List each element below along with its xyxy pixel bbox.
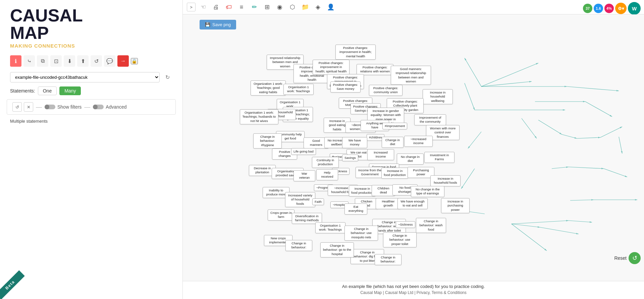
map-node-n61[interactable]: Increased variety of household foods: [285, 192, 315, 207]
table-icon[interactable]: ⊞: [262, 2, 272, 12]
reset-button[interactable]: Reset ↺: [614, 252, 641, 264]
map-node-n72[interactable]: Change in behaviour: wash food: [416, 218, 446, 233]
map-node-n21[interactable]: Improvement of the community: [414, 114, 446, 125]
map-node-n29[interactable]: Change in behaviour: #hygiene: [253, 133, 282, 148]
show-filters-toggle[interactable]: Show filters: [45, 104, 82, 110]
map-node-n25[interactable]: #improvement: [382, 123, 407, 129]
svg-line-15: [552, 167, 569, 169]
expand-button[interactable]: >: [187, 3, 196, 11]
map-node-n48[interactable]: Increase in food production: [381, 168, 408, 179]
lines-icon[interactable]: ≡: [236, 2, 247, 12]
svg-line-7: [585, 102, 612, 117]
user-icon[interactable]: 👤: [326, 2, 336, 12]
map-node-n10[interactable]: Positive changes: Save money: [330, 81, 361, 93]
bottom-info-text: An example file (which has not yet been …: [190, 284, 637, 289]
map-node-n42[interactable]: Investment in Farms: [424, 152, 454, 163]
tag-icon[interactable]: 🏷: [224, 2, 234, 12]
map-node-n43[interactable]: Continuity in production: [312, 157, 339, 168]
map-node-n4[interactable]: Positive changes: improvement in health;…: [313, 60, 350, 75]
map-node-n73[interactable]: Organisation 1 work: Teachings: [315, 222, 345, 233]
map-node-n60[interactable]: No change in the type of earnings: [411, 186, 444, 197]
map-node-n74[interactable]: Change in behaviour: use mosquito nets: [344, 226, 378, 241]
folder-icon[interactable]: 📁: [300, 2, 310, 12]
user-avatar-1[interactable]: 37: [583, 4, 592, 13]
bottom-info-bar: An example file (which has not yet been …: [183, 281, 644, 299]
refresh-button[interactable]: ↻: [162, 72, 172, 82]
map-node-n58[interactable]: Children dead: [372, 185, 395, 196]
beta-badge: Beta: [0, 270, 25, 299]
svg-line-24: [540, 227, 579, 234]
share-button[interactable]: ⤷: [23, 55, 35, 67]
map-node-n8[interactable]: Organization 1 work: Teachings; good eat…: [251, 80, 286, 96]
download-button[interactable]: ⬇: [64, 55, 75, 67]
map-node-n41[interactable]: No change in diet: [397, 154, 424, 165]
svg-line-8: [567, 86, 619, 91]
map-node-n11[interactable]: Positive changes: community union: [369, 85, 402, 96]
sidebar-toolbar: ℹ ⤷ ⧉ ⊡ ⬇ ⬆ ↺ 💬 → 🔒: [0, 52, 182, 70]
map-node-n65[interactable]: We have enough to eat and sell: [397, 198, 428, 209]
filter-separator2: —: [84, 104, 90, 111]
map-node-n75[interactable]: ~Sickness: [396, 221, 415, 228]
logo-subtitle: MAKING CONNECTIONS: [10, 43, 172, 49]
user-avatar-w[interactable]: W: [628, 2, 641, 15]
map-node-n81[interactable]: Change in behaviour:: [375, 254, 401, 265]
arrow-button[interactable]: →: [117, 55, 129, 67]
map-node-n51[interactable]: War veteran: [293, 170, 315, 181]
main-content: > ☜ 🖨 🏷 ≡ ✏ ⊞ ◉ ⬡ 📁 ◈ 👤 37 1.6 4% ⚙▾ W 💾…: [183, 0, 644, 299]
map-node-n6[interactable]: Good manners: Improved relationship betw…: [391, 66, 431, 85]
map-node-n20[interactable]: Organisation 1 work: Teachings; husbands…: [240, 109, 278, 124]
map-node-n68[interactable]: Increase in purchasing power: [441, 198, 470, 213]
map-node-n47[interactable]: Income from the Government: [356, 167, 384, 178]
svg-line-16: [569, 167, 604, 169]
layers-icon[interactable]: ⬡: [287, 2, 298, 12]
map-node-n77[interactable]: Change in behaviour:: [285, 240, 312, 251]
map-node-n34[interactable]: ~Increased income: [404, 136, 433, 147]
copy-button[interactable]: ⧉: [37, 55, 48, 67]
svg-line-11: [562, 134, 577, 138]
svg-line-25: [619, 137, 622, 154]
upload-button[interactable]: ⬆: [77, 55, 89, 67]
user-avatar-menu[interactable]: ⚙▾: [615, 3, 627, 14]
lock-button[interactable]: 🔒: [131, 58, 138, 64]
stmt-many-button[interactable]: Many: [59, 86, 81, 95]
map-node-n53[interactable]: Increase in household foods: [430, 175, 461, 186]
user-avatar-3[interactable]: 4%: [604, 4, 614, 13]
map-node-n52[interactable]: Help received: [316, 169, 338, 180]
advanced-track: [93, 105, 104, 109]
svg-line-22: [512, 224, 547, 251]
map-node-n69[interactable]: Crops grown in farm: [268, 210, 294, 221]
stmt-one-button[interactable]: One: [38, 86, 57, 95]
undo-button[interactable]: ↺: [91, 55, 102, 67]
multiple-statements: Multiple statements: [0, 117, 182, 126]
map-node-n5[interactable]: Positive changes: relations with women: [357, 64, 393, 75]
map-node-n78[interactable]: Change in behaviour: use proper toilet: [383, 232, 417, 247]
map-node-n64[interactable]: Healthier growth: [376, 198, 401, 209]
map-node-n33[interactable]: Change in diet: [382, 137, 404, 148]
hand-tool-icon[interactable]: ☜: [198, 2, 208, 12]
map-node-n40[interactable]: Savings: [342, 155, 358, 161]
info-button[interactable]: ℹ: [10, 55, 21, 67]
map-node-n12[interactable]: Increase in household wellbeing: [423, 89, 453, 104]
target-icon[interactable]: ◉: [275, 2, 285, 12]
print-icon[interactable]: 🖨: [211, 2, 221, 12]
map-node-n1[interactable]: Positive changes: improvement in health;…: [335, 45, 376, 60]
map-node-n67[interactable]: Eat everything: [344, 203, 367, 215]
view-button[interactable]: ⊡: [50, 55, 62, 67]
edit-icon[interactable]: ✏: [249, 2, 259, 12]
filter-reset-button[interactable]: ↺: [12, 102, 22, 112]
map-node-n36[interactable]: Life going bad: [291, 148, 316, 155]
advanced-toggle[interactable]: Advanced: [93, 104, 126, 110]
filter-close-button[interactable]: ✕: [24, 102, 33, 112]
map-node-n62[interactable]: Faith: [312, 198, 324, 205]
comment-button[interactable]: 💬: [104, 55, 115, 67]
file-selector-row: example-file-uncoded-gcc43bathacuk ↻: [0, 70, 182, 84]
user-avatar-2[interactable]: 1.6: [594, 4, 603, 13]
map-node-n38[interactable]: Increased income: [367, 149, 394, 160]
map-node-n80[interactable]: Change in behaviour: go to the hospital: [320, 242, 354, 257]
svg-line-2: [481, 63, 538, 86]
map-node-n32[interactable]: We have money: [342, 137, 367, 148]
rss-icon[interactable]: ◈: [313, 2, 323, 12]
filters-row: ↺ ✕ — Show filters — Advanced: [7, 99, 176, 115]
file-selector[interactable]: example-file-uncoded-gcc43bathacuk: [10, 72, 160, 82]
map-node-n9[interactable]: Organisation 1 work: Teachings: [283, 84, 314, 95]
